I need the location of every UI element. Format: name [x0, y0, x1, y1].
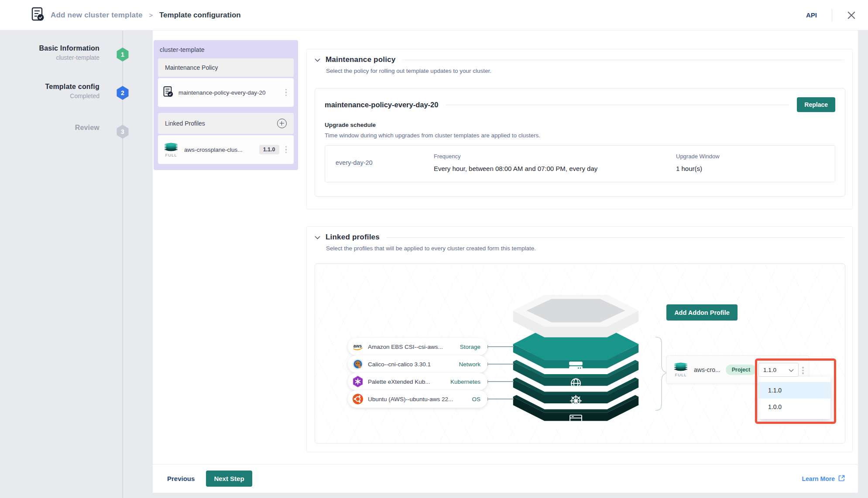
replace-button[interactable]: Replace	[797, 97, 835, 112]
version-select[interactable]: 1.1.0	[758, 363, 799, 377]
project-badge: Project	[726, 365, 756, 375]
connector-line	[487, 346, 514, 347]
step-badge-2[interactable]: 2	[116, 86, 129, 100]
upgrade-window-value: 1 hour(s)	[676, 165, 824, 172]
policy-name: maintenance-policy-every-day-20	[325, 101, 438, 109]
pill-type: Network	[459, 361, 480, 368]
tree-linked-profiles-header: Linked Profiles	[158, 113, 294, 134]
tree-maintenance-policy-item[interactable]: maintenance-policy-every-day-20	[158, 78, 294, 107]
section-subtitle: Select the profiles that will be applied…	[326, 245, 844, 252]
topbar-divider	[832, 9, 832, 22]
main-panel: cluster-template Maintenance Policy main…	[153, 31, 858, 493]
stack-layer-top	[513, 295, 639, 338]
chevron-down-icon[interactable]	[315, 56, 320, 64]
tree-maintenance-policy-label: Maintenance Policy	[165, 64, 218, 71]
pill-type: OS	[472, 396, 480, 402]
profile-layers-icon: FULL	[163, 142, 179, 157]
version-select-value: 1.1.0	[763, 367, 776, 373]
cluster-template-tree-panel: cluster-template Maintenance Policy main…	[154, 40, 298, 170]
section-subtitle: Select the policy for rolling out templa…	[326, 68, 844, 74]
step-basic-information[interactable]: Basic Information cluster-template	[0, 44, 99, 61]
profile-layers-icon: FULL	[673, 362, 689, 377]
schedule-row: every-day-20 Frequency Every hour, betwe…	[325, 145, 835, 182]
step-badge-3[interactable]: 3	[116, 125, 129, 139]
step-title: Basic Information	[0, 44, 99, 52]
upgrade-window-label: Upgrade Window	[676, 153, 824, 160]
schedule-name: every-day-20	[336, 153, 434, 172]
breadcrumb-separator: >	[149, 11, 153, 19]
tree-linked-profile-item[interactable]: FULL aws-crossplane-clus... 1.1.0	[158, 135, 294, 164]
maintenance-policy-section: Maintenance policy Select the policy for…	[306, 49, 853, 209]
cluster-stack-graphic	[501, 281, 651, 436]
pill-type: Storage	[460, 344, 480, 350]
connector-line	[487, 381, 514, 382]
tree-linked-item-name: aws-crossplane-clus...	[184, 147, 259, 153]
profile-pill-storage[interactable]: aws Amazon EBS CSI--csi-aws... Storage	[348, 338, 487, 355]
learn-more-label: Learn More	[802, 475, 835, 482]
tree-maintenance-item-name: maintenance-policy-every-day-20	[178, 89, 284, 96]
footer-bar: Previous Next Step Learn More	[153, 464, 858, 493]
previous-button[interactable]: Previous	[167, 475, 195, 482]
external-link-icon	[838, 475, 845, 483]
step-title: Review	[0, 124, 99, 132]
profile-pill-os[interactable]: Ubuntu (AWS)--ubuntu-aws 22... OS	[348, 390, 487, 408]
next-step-button[interactable]: Next Step	[206, 471, 252, 487]
breadcrumb-current: Template configuration	[159, 11, 241, 19]
linked-profiles-section: Linked profiles Select the profiles that…	[306, 226, 853, 452]
tree-maintenance-policy-header: Maintenance Policy	[158, 58, 294, 77]
profile-scope-label: FULL	[675, 372, 686, 377]
svg-text:aws: aws	[353, 344, 362, 348]
upgrade-schedule-desc: Time window during which upgrades from c…	[325, 132, 835, 139]
chevron-down-icon[interactable]	[315, 233, 320, 241]
section-title: Maintenance policy	[326, 55, 395, 64]
add-profile-plus-icon[interactable]	[277, 119, 287, 128]
ubuntu-icon	[352, 393, 364, 405]
kebab-menu-icon[interactable]	[284, 88, 289, 97]
pill-name: Ubuntu (AWS)--ubuntu-aws 22...	[368, 396, 472, 402]
addon-profile-name: aws-cro...	[694, 366, 720, 373]
profile-scope-label: FULL	[165, 153, 177, 157]
frequency-label: Frequency	[434, 153, 676, 160]
version-option[interactable]: 1.0.0	[758, 399, 830, 415]
breadcrumb: Add new cluster template > Template conf…	[51, 11, 241, 20]
add-addon-profile-button[interactable]: Add Addon Profile	[666, 304, 738, 321]
kebab-menu-icon[interactable]	[800, 366, 806, 375]
chevron-down-icon	[789, 367, 794, 373]
top-bar: Add new cluster template > Template conf…	[0, 0, 868, 31]
tree-linked-profiles-label: Linked Profiles	[165, 120, 205, 127]
connector-line	[487, 364, 514, 365]
maintenance-policy-card: maintenance-policy-every-day-20 Replace …	[315, 88, 845, 197]
frequency-value: Every hour, between 08:00 AM and 07:00 P…	[434, 165, 676, 172]
breadcrumb-parent[interactable]: Add new cluster template	[51, 11, 143, 19]
palette-icon	[352, 376, 364, 387]
version-dropdown: 1.1.0 1.0.0	[758, 377, 830, 419]
kebab-menu-icon[interactable]	[284, 145, 289, 154]
section-rule	[387, 237, 844, 238]
pill-name: Amazon EBS CSI--csi-aws...	[368, 344, 460, 350]
policy-rule	[446, 105, 789, 105]
tree-linked-item-version-badge[interactable]: 1.1.0	[259, 145, 279, 154]
step-subtitle: Completed	[0, 92, 99, 99]
api-link[interactable]: API	[806, 11, 817, 19]
learn-more-link[interactable]: Learn More	[802, 475, 845, 483]
pill-type: Kubernetes	[450, 379, 480, 385]
profiles-visualization: aws Amazon EBS CSI--csi-aws... Storage	[315, 263, 845, 443]
step-title: Template config	[0, 83, 99, 91]
pill-name: Palette eXtended Kub...	[368, 379, 450, 385]
maintenance-doc-icon	[163, 86, 173, 99]
pill-name: Calico--cni-calico 3.30.1	[368, 361, 459, 368]
cluster-template-doc-icon	[31, 7, 45, 24]
step-review[interactable]: Review	[0, 124, 99, 132]
calico-icon	[352, 358, 364, 370]
step-subtitle: cluster-template	[0, 54, 99, 61]
step-badge-1[interactable]: 1	[116, 48, 129, 61]
close-icon[interactable]	[847, 11, 856, 20]
connector-line	[487, 399, 514, 399]
profile-pill-kubernetes[interactable]: Palette eXtended Kub... Kubernetes	[348, 373, 487, 390]
section-rule	[402, 60, 844, 60]
version-option[interactable]: 1.1.0	[758, 382, 830, 399]
aws-icon: aws	[352, 341, 364, 352]
tree-title: cluster-template	[158, 45, 294, 58]
step-template-config[interactable]: Template config Completed	[0, 83, 99, 99]
profile-pill-network[interactable]: Calico--cni-calico 3.30.1 Network	[348, 355, 487, 373]
